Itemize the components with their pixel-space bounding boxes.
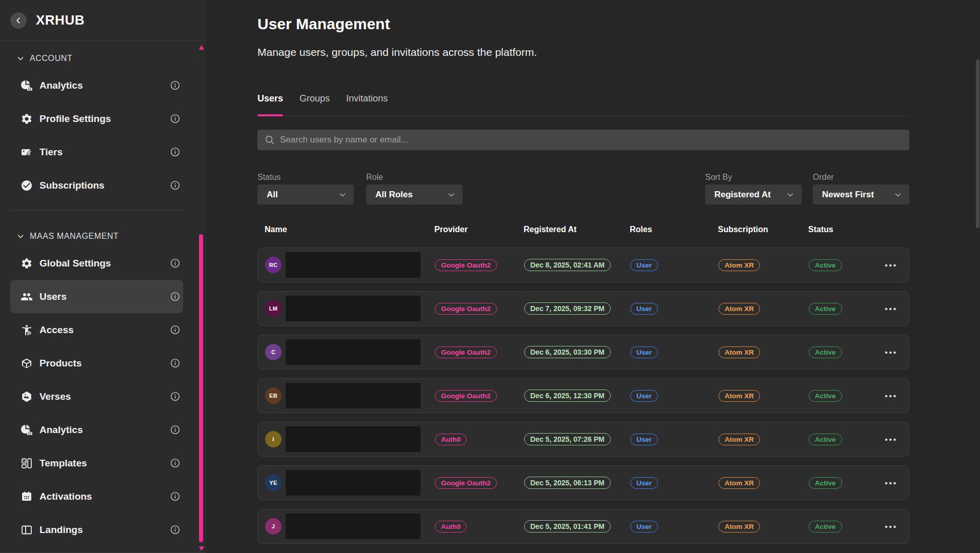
column-header-registered-at: Registered At: [524, 225, 630, 234]
info-icon[interactable]: [170, 324, 181, 335]
subscription-badge: Atom XR: [718, 477, 760, 489]
table-row: EB Google Oauth2 Dec 6, 2025, 12:30 PM U…: [257, 378, 909, 413]
sidebar-item-analytics[interactable]: Analytics: [10, 69, 183, 102]
sidebar-item-label: Analytics: [39, 80, 170, 91]
column-header-subscription: Subscription: [718, 225, 808, 234]
sidebar-item-templates[interactable]: Templates: [10, 446, 183, 480]
sidebar-item-analytics-maas[interactable]: Analytics: [10, 413, 183, 446]
chevron-down-icon: [16, 232, 25, 240]
sidebar-item-products[interactable]: Products: [10, 346, 183, 380]
info-icon[interactable]: [170, 424, 181, 435]
info-icon[interactable]: [170, 180, 181, 191]
sort-by-filter: Sort By Registered At: [705, 172, 802, 204]
gear-icon: [21, 113, 33, 125]
sidebar-item-label: Profile Settings: [39, 113, 170, 125]
row-menu-button[interactable]: •••: [880, 348, 903, 357]
column-header-name: Name: [265, 225, 434, 234]
registered-at-badge: Dec 5, 2025, 07:26 PM: [524, 433, 611, 445]
sidebar-item-global-settings[interactable]: Global Settings: [10, 247, 183, 280]
table-row: LM Google Oauth2 Dec 7, 2025, 09:32 PM U…: [257, 291, 909, 326]
subscription-badge: Atom XR: [718, 521, 760, 532]
layout-icon: [21, 524, 33, 536]
info-icon[interactable]: [170, 291, 181, 302]
scrollbar-thumb[interactable]: [199, 234, 203, 542]
user-table-rows: RC Google Oauth2 Dec 8, 2025, 02:41 AM U…: [257, 248, 909, 544]
status-dropdown[interactable]: All: [257, 185, 354, 204]
sidebar-item-verses[interactable]: Verses: [10, 380, 183, 413]
sidebar-section-maas-management[interactable]: MAAS MANAGEMENT: [10, 226, 183, 247]
chevron-down-icon: [16, 54, 25, 63]
chevron-down-icon: [338, 191, 347, 199]
row-menu-button[interactable]: •••: [880, 261, 903, 270]
info-icon[interactable]: [170, 258, 181, 269]
role-dropdown[interactable]: All Roles: [366, 185, 463, 204]
sidebar-scrollbar: [198, 41, 205, 553]
redacted-name-box: [286, 339, 421, 365]
sidebar-item-tiers[interactable]: Tiers: [10, 135, 183, 169]
name-cell: I: [265, 426, 435, 452]
tab-invitations[interactable]: Invitations: [346, 93, 388, 115]
search-input[interactable]: [257, 130, 909, 150]
order-dropdown[interactable]: Newest First: [813, 185, 909, 204]
status-badge: Active: [809, 303, 842, 315]
registered-at-badge: Dec 6, 2025, 12:30 PM: [524, 390, 611, 402]
name-cell: C: [265, 339, 435, 365]
sidebar-item-label: Analytics: [39, 424, 170, 436]
avatar: EB: [265, 387, 282, 404]
status-badge: Active: [809, 346, 842, 358]
info-icon[interactable]: [170, 491, 181, 502]
role-badge: User: [630, 434, 658, 445]
redacted-name-box: [286, 514, 421, 539]
page-title: User Management: [257, 15, 909, 33]
verses-hexagon-icon: [21, 391, 33, 403]
row-menu-button[interactable]: •••: [880, 435, 903, 444]
avatar: I: [265, 431, 282, 447]
sort-by-dropdown-value: Registered At: [714, 190, 786, 200]
info-icon[interactable]: [170, 358, 181, 368]
info-icon[interactable]: [170, 80, 181, 91]
info-icon[interactable]: [170, 391, 181, 402]
sidebar-item-users[interactable]: Users: [10, 280, 183, 313]
sidebar-item-activations[interactable]: Activations: [10, 480, 183, 513]
redacted-name-box: [286, 252, 421, 278]
sidebar-item-label: Activations: [39, 491, 170, 502]
page-scrollbar-thumb[interactable]: [976, 59, 979, 228]
status-badge: Active: [809, 477, 842, 489]
info-icon[interactable]: [170, 147, 181, 157]
name-cell: EB: [265, 383, 435, 408]
sort-by-dropdown[interactable]: Registered At: [705, 185, 802, 204]
row-menu-button[interactable]: •••: [880, 392, 903, 400]
search-icon: [264, 134, 275, 146]
tab-groups[interactable]: Groups: [299, 93, 330, 115]
name-cell: YE: [265, 470, 435, 496]
sidebar-item-subscriptions[interactable]: Subscriptions: [10, 169, 183, 202]
sidebar-item-profile-settings[interactable]: Profile Settings: [10, 102, 183, 135]
row-menu-button[interactable]: •••: [880, 522, 903, 531]
scrollbar-up-arrow[interactable]: [199, 45, 204, 50]
tab-users[interactable]: Users: [257, 93, 283, 115]
redacted-name-box: [286, 296, 421, 321]
row-menu-button[interactable]: •••: [880, 479, 903, 487]
sidebar-item-label: Landings: [39, 524, 170, 536]
row-menu-button[interactable]: •••: [880, 304, 903, 313]
registered-at-badge: Dec 7, 2025, 09:32 PM: [524, 302, 611, 315]
info-icon[interactable]: [170, 113, 181, 124]
order-dropdown-value: Newest First: [822, 190, 894, 200]
column-header-status: Status: [808, 225, 879, 234]
sidebar-item-label: Templates: [39, 458, 170, 469]
subscription-badge: Atom XR: [718, 434, 760, 445]
analytics-pie-icon: [21, 79, 33, 92]
table-row: RC Google Oauth2 Dec 8, 2025, 02:41 AM U…: [257, 248, 909, 282]
templates-icon: [21, 457, 33, 469]
sidebar-section-account[interactable]: ACCOUNT: [10, 48, 183, 69]
calendar-icon: [21, 490, 33, 503]
info-icon[interactable]: [170, 524, 181, 535]
scrollbar-down-arrow[interactable]: [199, 546, 204, 551]
sidebar-item-access[interactable]: Access: [10, 313, 183, 346]
sidebar-header: XRHUB: [0, 0, 206, 41]
sidebar-item-landings[interactable]: Landings: [10, 513, 183, 546]
info-icon[interactable]: [170, 458, 181, 468]
back-button[interactable]: [10, 12, 27, 29]
sidebar-item-label: Verses: [39, 391, 170, 402]
sidebar-nav: ACCOUNT Analytics Profile Settings: [0, 41, 206, 546]
